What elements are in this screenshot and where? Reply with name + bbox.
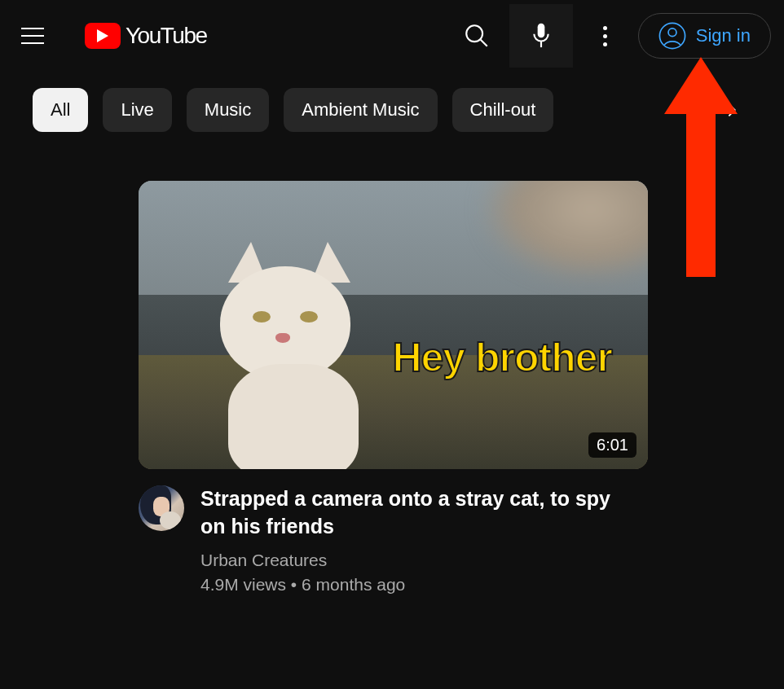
svg-line-1: [480, 39, 487, 46]
kebab-icon: [603, 26, 607, 46]
hamburger-icon: [21, 28, 44, 44]
search-button[interactable]: [457, 16, 496, 55]
chip-all[interactable]: All: [33, 88, 88, 132]
chip-music[interactable]: Music: [187, 88, 269, 132]
youtube-play-icon: [85, 23, 121, 49]
channel-avatar[interactable]: [139, 485, 184, 531]
chip-live[interactable]: Live: [103, 88, 171, 132]
video-meta: Strapped a camera onto a stray cat, to s…: [139, 485, 645, 595]
voice-search-button[interactable]: [509, 4, 573, 68]
video-title[interactable]: Strapped a camera onto a stray cat, to s…: [200, 485, 632, 541]
microphone-icon: [531, 21, 552, 50]
header: YouTube Sign in: [0, 0, 784, 72]
menu-button[interactable]: [13, 16, 52, 55]
filter-chips: All Live Music Ambient Music Chill-out: [0, 72, 784, 148]
svg-point-5: [668, 29, 676, 37]
chip-chill-out[interactable]: Chill-out: [452, 88, 554, 132]
youtube-wordmark: YouTube: [126, 23, 207, 49]
chip-ambient-music[interactable]: Ambient Music: [284, 88, 437, 132]
svg-rect-2: [537, 24, 544, 37]
chips-scroll-right[interactable]: [712, 90, 751, 129]
svg-point-0: [466, 25, 482, 42]
video-thumbnail[interactable]: Hey brother 6:01: [139, 181, 648, 469]
cat-illustration: [212, 242, 375, 454]
chevron-right-icon: [723, 101, 741, 119]
channel-name[interactable]: Urban Creatures: [200, 551, 632, 570]
search-icon: [463, 22, 491, 50]
youtube-logo[interactable]: YouTube: [85, 23, 207, 49]
signin-button[interactable]: Sign in: [638, 13, 771, 59]
video-card: Hey brother 6:01 Strapped a camera onto …: [0, 148, 784, 595]
thumbnail-overlay-text: Hey brother: [392, 334, 612, 381]
signin-label: Sign in: [696, 25, 751, 46]
user-icon: [658, 22, 686, 50]
settings-menu-button[interactable]: [586, 16, 625, 55]
video-duration: 6:01: [588, 432, 636, 458]
video-stats: 4.9M views • 6 months ago: [200, 575, 632, 595]
